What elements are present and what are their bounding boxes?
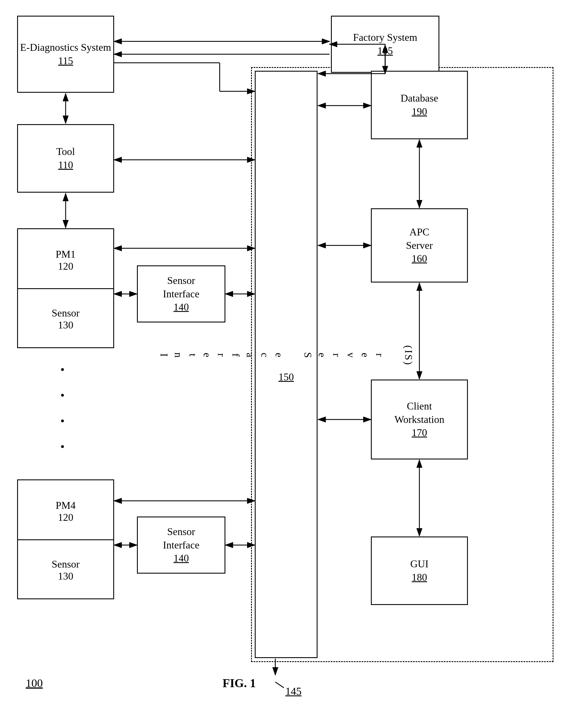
dashed-connector <box>62 357 64 459</box>
client-ref: 170 <box>412 426 427 440</box>
fig-label: FIG. 1 <box>223 676 256 690</box>
diagram-ref-100: 100 <box>26 676 43 690</box>
pm4-bottom: Sensor 130 <box>18 540 113 600</box>
tool-ref: 110 <box>58 158 73 172</box>
sensor1-label: Sensor <box>52 307 80 319</box>
client-box: ClientWorkstation 170 <box>371 380 468 459</box>
apc-label: APCServer <box>406 226 433 252</box>
pm1-box: PM1 120 Sensor 130 <box>17 228 114 348</box>
sensor-interface-1-label: SensorInterface <box>163 274 199 301</box>
factory-ref: 105 <box>377 44 393 57</box>
ediag-label: E-Diagnostics System <box>20 41 111 54</box>
database-label: Database <box>400 92 438 105</box>
ediag-box: E-Diagnostics System 115 <box>17 16 114 93</box>
fig-ref-145: 145 <box>285 685 301 697</box>
pm4-label: PM4 <box>56 499 76 512</box>
apc-box: APCServer 160 <box>371 208 468 283</box>
svg-line-27 <box>275 682 284 688</box>
sensor-interface-1-ref: 140 <box>173 301 189 314</box>
diagram: E-Diagnostics System 115 Factory System … <box>0 0 588 710</box>
pm4-box: PM4 120 Sensor 130 <box>17 479 114 599</box>
sensor-interface-2-ref: 140 <box>173 552 189 565</box>
factory-box: Factory System 105 <box>331 16 439 73</box>
client-label: ClientWorkstation <box>394 400 444 426</box>
database-ref: 190 <box>412 105 427 118</box>
is-ref: 150 <box>278 371 294 384</box>
tool-box: Tool 110 <box>17 124 114 193</box>
gui-label: GUI <box>410 557 428 571</box>
sensor4-ref: 130 <box>58 570 73 582</box>
gui-ref: 180 <box>412 571 427 584</box>
sensor4-label: Sensor <box>52 558 80 570</box>
is-label: InterfaceServer(IS) <box>156 345 415 366</box>
pm1-ref: 120 <box>58 260 73 272</box>
sensor-interface-1-box: SensorInterface 140 <box>137 265 225 323</box>
sensor-interface-2-box: SensorInterface 140 <box>137 517 225 574</box>
factory-label: Factory System <box>353 31 417 44</box>
is-box: InterfaceServer(IS) 150 <box>255 71 318 658</box>
gui-box: GUI 180 <box>371 537 468 605</box>
sensor1-ref: 130 <box>58 319 73 331</box>
tool-label: Tool <box>56 145 75 158</box>
pm4-ref: 120 <box>58 512 73 523</box>
ediag-ref: 115 <box>58 54 73 68</box>
pm1-top: PM1 120 <box>18 229 113 289</box>
pm4-top: PM4 120 <box>18 480 113 540</box>
pm1-bottom: Sensor 130 <box>18 289 113 349</box>
sensor-interface-2-label: SensorInterface <box>163 525 199 552</box>
apc-ref: 160 <box>412 252 427 265</box>
pm1-label: PM1 <box>56 248 76 260</box>
database-box: Database 190 <box>371 71 468 139</box>
